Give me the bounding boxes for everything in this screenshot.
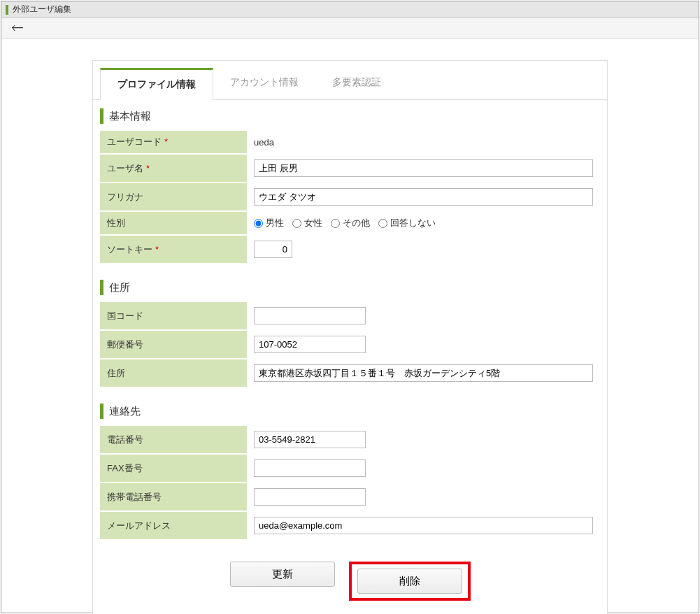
row-postal-code: 郵便番号 bbox=[100, 331, 600, 358]
input-address[interactable] bbox=[254, 364, 593, 382]
gender-radio-group: 男性 女性 その他 回答しない bbox=[254, 217, 593, 229]
content-area: プロファイル情報 アカウント情報 多要素認証 基本情報 ユーザコード* ueda… bbox=[1, 39, 699, 614]
toolbar: 🡐 bbox=[1, 18, 699, 39]
app-window: 外部ユーザ編集 🡐 プロファイル情報 アカウント情報 多要素認証 基本情報 ユー… bbox=[1, 1, 699, 613]
label-sort-key: ソートキー* bbox=[100, 236, 247, 263]
delete-highlight-frame: 削除 bbox=[349, 562, 471, 601]
input-mobile[interactable] bbox=[254, 488, 366, 506]
section-title-basic: 基本情報 bbox=[109, 110, 151, 123]
basic-form-table: ユーザコード* ueda ユーザ名* フリガナ 性別 男性 女性 bbox=[100, 129, 600, 264]
row-address: 住所 bbox=[100, 359, 600, 387]
section-accent bbox=[100, 280, 103, 295]
row-fax: FAX番号 bbox=[100, 455, 600, 482]
input-country-code[interactable] bbox=[254, 307, 366, 324]
radio-male[interactable] bbox=[254, 219, 263, 228]
radio-male-label[interactable]: 男性 bbox=[254, 217, 284, 229]
input-sort-key[interactable] bbox=[254, 241, 292, 258]
action-bar: 更新 削除 bbox=[93, 548, 607, 614]
section-header-basic: 基本情報 bbox=[93, 100, 607, 129]
address-form-table: 国コード 郵便番号 住所 bbox=[100, 301, 600, 388]
radio-female[interactable] bbox=[292, 219, 301, 228]
radio-other[interactable] bbox=[331, 219, 340, 228]
row-phone: 電話番号 bbox=[100, 426, 600, 453]
label-country-code: 国コード bbox=[100, 302, 247, 329]
tab-profile[interactable]: プロファイル情報 bbox=[100, 68, 213, 100]
input-fax[interactable] bbox=[254, 459, 366, 477]
row-sort-key: ソートキー* bbox=[100, 236, 600, 263]
input-furigana[interactable] bbox=[254, 188, 593, 206]
label-user-code: ユーザコード* bbox=[100, 131, 247, 153]
label-user-name: ユーザ名* bbox=[100, 155, 247, 182]
section-title-address: 住所 bbox=[109, 281, 130, 294]
label-email: メールアドレス bbox=[100, 512, 247, 539]
row-furigana: フリガナ bbox=[100, 183, 600, 210]
form-panel: プロファイル情報 アカウント情報 多要素認証 基本情報 ユーザコード* ueda… bbox=[92, 60, 608, 614]
section-header-address: 住所 bbox=[93, 271, 607, 301]
label-phone: 電話番号 bbox=[100, 426, 247, 453]
label-mobile: 携帯電話番号 bbox=[100, 483, 247, 511]
row-country-code: 国コード bbox=[100, 302, 600, 329]
title-bar: 外部ユーザ編集 bbox=[1, 1, 699, 18]
label-address: 住所 bbox=[100, 359, 247, 387]
input-phone[interactable] bbox=[254, 431, 366, 448]
radio-other-label[interactable]: その他 bbox=[331, 217, 370, 229]
label-furigana: フリガナ bbox=[100, 183, 247, 210]
window-title: 外部ユーザ編集 bbox=[13, 3, 71, 15]
update-button[interactable]: 更新 bbox=[230, 562, 335, 587]
radio-noanswer[interactable] bbox=[378, 219, 387, 228]
delete-button[interactable]: 削除 bbox=[357, 569, 462, 594]
back-arrow-icon[interactable]: 🡐 bbox=[11, 21, 24, 36]
input-email[interactable] bbox=[254, 517, 593, 534]
section-accent bbox=[100, 108, 103, 124]
tab-mfa[interactable]: 多要素認証 bbox=[315, 68, 398, 99]
section-title-contact: 連絡先 bbox=[109, 405, 141, 418]
row-user-code: ユーザコード* ueda bbox=[100, 131, 600, 153]
tab-account[interactable]: アカウント情報 bbox=[213, 68, 315, 99]
row-user-name: ユーザ名* bbox=[100, 155, 600, 182]
radio-noanswer-label[interactable]: 回答しない bbox=[378, 217, 436, 229]
label-gender: 性別 bbox=[100, 212, 247, 234]
title-accent bbox=[6, 5, 8, 15]
label-fax: FAX番号 bbox=[100, 455, 247, 482]
radio-female-label[interactable]: 女性 bbox=[292, 217, 322, 229]
row-gender: 性別 男性 女性 その他 回答しない bbox=[100, 212, 600, 234]
section-header-contact: 連絡先 bbox=[93, 395, 607, 424]
row-email: メールアドレス bbox=[100, 512, 600, 539]
label-postal-code: 郵便番号 bbox=[100, 331, 247, 358]
tab-bar: プロファイル情報 アカウント情報 多要素認証 bbox=[93, 61, 607, 100]
value-user-code: ueda bbox=[254, 137, 274, 148]
input-user-name[interactable] bbox=[254, 159, 593, 177]
section-accent bbox=[100, 404, 103, 419]
row-mobile: 携帯電話番号 bbox=[100, 483, 600, 511]
contact-form-table: 電話番号 FAX番号 携帯電話番号 メールアドレス bbox=[100, 424, 600, 541]
input-postal-code[interactable] bbox=[254, 336, 366, 353]
